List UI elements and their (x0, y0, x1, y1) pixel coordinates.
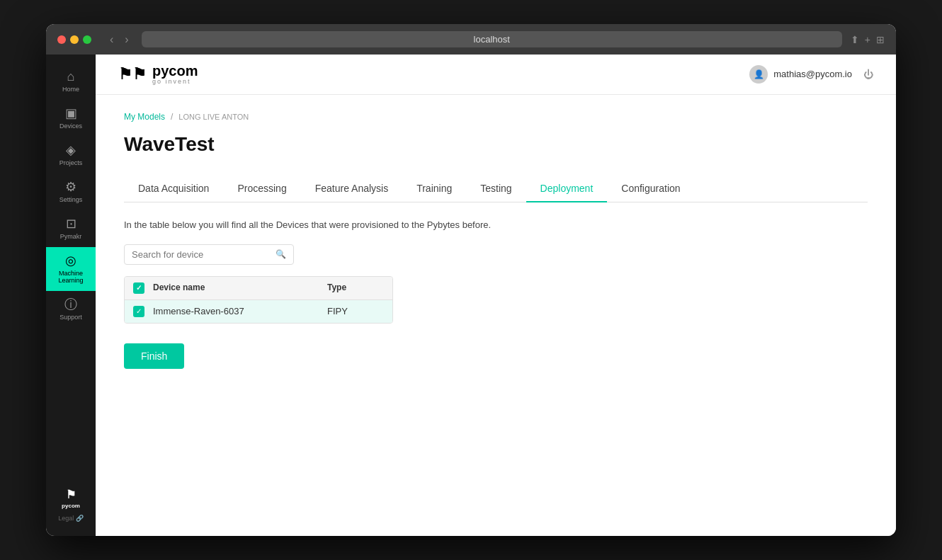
sidebar-item-pymakr[interactable]: ⊡ Pymakr (46, 210, 96, 247)
address-bar[interactable]: localhost (142, 31, 842, 47)
forward-button[interactable]: › (120, 32, 132, 47)
header-device-name: Device name (153, 282, 327, 294)
tab-training[interactable]: Training (402, 176, 466, 202)
search-wrapper: 🔍 (124, 244, 294, 265)
table-header: ✓ Device name Type (125, 277, 392, 300)
minimize-button[interactable] (70, 35, 79, 44)
sidebar-label-home: Home (62, 86, 79, 93)
settings-icon: ⚙ (65, 181, 76, 193)
sidebar-label-devices: Devices (59, 122, 82, 130)
legal-link[interactable]: Legal 🔗 (58, 515, 84, 522)
logo: ⚑⚑ pycom go invent (118, 63, 198, 86)
tabs: Data Acquisition Processing Feature Anal… (124, 176, 868, 202)
logo-text: pycom go invent (152, 63, 198, 86)
sidebar-logo-pycom: ⚑ pycom (62, 488, 80, 509)
header-type: Type (327, 282, 384, 294)
back-button[interactable]: ‹ (106, 32, 118, 47)
tab-data-acquisition[interactable]: Data Acquisition (124, 176, 223, 202)
app-header: ⚑⚑ pycom go invent 👤 mathias@pycom.io ⏻ (96, 55, 896, 95)
finish-button[interactable]: Finish (124, 343, 184, 369)
device-type-cell: FIPY (327, 306, 384, 316)
home-icon: ⌂ (67, 70, 75, 83)
fullscreen-icon[interactable]: ⊞ (876, 34, 885, 45)
row-checkbox[interactable]: ✓ (133, 306, 144, 317)
tab-feature-analysis[interactable]: Feature Analysis (301, 176, 403, 202)
sidebar-item-support[interactable]: ⓘ Support (46, 291, 96, 328)
table-row: ✓ Immense-Raven-6037 FIPY (125, 300, 392, 323)
breadcrumb: My Models / LONG LIVE ANTON (124, 112, 868, 122)
browser-chrome: ‹ › localhost ⬆ + ⊞ (46, 24, 896, 55)
sidebar-label-support: Support (59, 314, 82, 321)
browser-actions: ⬆ + ⊞ (851, 34, 885, 45)
tab-deployment[interactable]: Deployment (526, 176, 608, 202)
maximize-button[interactable] (83, 35, 91, 44)
description-text: In the table below you will find all the… (124, 219, 868, 230)
sidebar-label-settings: Settings (59, 196, 83, 203)
logo-icon: ⚑⚑ (118, 65, 147, 84)
new-tab-icon[interactable]: + (865, 34, 870, 45)
device-table: ✓ Device name Type ✓ Immense-Raven-6037 … (124, 276, 393, 324)
breadcrumb-current: LONG LIVE ANTON (178, 113, 249, 121)
power-icon[interactable]: ⏻ (863, 69, 873, 80)
traffic-lights (57, 35, 91, 44)
pymakr-icon: ⊡ (66, 217, 76, 230)
row-checkbox-col: ✓ (133, 306, 153, 317)
header-user: 👤 mathias@pycom.io ⏻ (749, 65, 873, 84)
logo-main: pycom (152, 63, 198, 79)
search-icon: 🔍 (276, 249, 286, 259)
page-title: WaveTest (124, 133, 868, 156)
browser-nav: ‹ › (106, 32, 133, 47)
tab-processing[interactable]: Processing (223, 176, 300, 202)
search-input[interactable] (132, 249, 276, 260)
sidebar-item-settings[interactable]: ⚙ Settings (46, 173, 96, 210)
sidebar-label-machine-learning: Machine Learning (52, 270, 90, 284)
app-container: ⌂ Home ▣ Devices ◈ Projects ⚙ Settings ⊡… (46, 55, 896, 536)
tab-testing[interactable]: Testing (466, 176, 526, 202)
machine-learning-icon: ◎ (65, 254, 76, 267)
support-icon: ⓘ (64, 298, 77, 311)
sidebar-label-pymakr: Pymakr (60, 233, 82, 240)
header-checkbox-col: ✓ (133, 282, 153, 294)
user-avatar: 👤 (749, 65, 768, 84)
devices-icon: ▣ (65, 107, 77, 120)
projects-icon: ◈ (66, 144, 76, 156)
tab-configuration[interactable]: Configuration (607, 176, 694, 202)
sidebar-item-projects[interactable]: ◈ Projects (46, 137, 96, 173)
main-content: ⚑⚑ pycom go invent 👤 mathias@pycom.io ⏻ … (96, 55, 896, 536)
breadcrumb-separator: / (171, 112, 173, 122)
share-icon[interactable]: ⬆ (851, 34, 859, 45)
sidebar-bottom: ⚑ pycom Legal 🔗 (46, 488, 96, 527)
close-button[interactable] (57, 35, 66, 44)
browser-window: ‹ › localhost ⬆ + ⊞ ⌂ Home ▣ Devices ◈ P… (46, 24, 896, 536)
logo-sub: go invent (152, 79, 198, 86)
sidebar-item-devices[interactable]: ▣ Devices (46, 100, 96, 137)
sidebar-label-projects: Projects (59, 159, 83, 166)
content-area: My Models / LONG LIVE ANTON WaveTest Dat… (96, 95, 896, 536)
select-all-checkbox[interactable]: ✓ (133, 282, 144, 294)
breadcrumb-parent[interactable]: My Models (124, 112, 165, 122)
search-container: 🔍 (124, 244, 868, 265)
sidebar-item-machine-learning[interactable]: ◎ Machine Learning (46, 247, 96, 291)
device-name-cell: Immense-Raven-6037 (153, 306, 327, 316)
sidebar-item-home[interactable]: ⌂ Home (46, 63, 96, 100)
user-email: mathias@pycom.io (773, 69, 852, 79)
sidebar: ⌂ Home ▣ Devices ◈ Projects ⚙ Settings ⊡… (46, 55, 96, 536)
